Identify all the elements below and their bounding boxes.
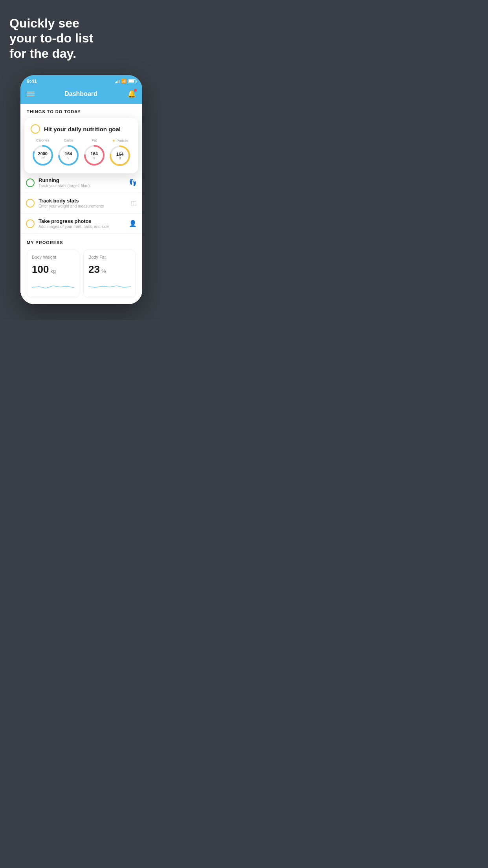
todo-list: Running Track your stats (target: 5km) 👣… <box>20 173 142 234</box>
fat-label: Fat <box>92 138 97 142</box>
bodyweight-card-title: Body Weight <box>32 255 74 259</box>
nutrition-row: Calories 2000 cal <box>31 138 132 167</box>
notification-dot <box>134 89 137 92</box>
status-bar: 9:41 📶 <box>20 75 142 86</box>
carbs-label: Carbs <box>64 138 73 142</box>
calories-value: 2000 cal <box>38 151 48 160</box>
status-time: 9:41 <box>27 78 37 84</box>
carbs-value: 164 g <box>65 151 72 160</box>
card-header: Hit your daily nutrition goal <box>31 124 132 134</box>
list-item[interactable]: Running Track your stats (target: 5km) 👣 <box>20 173 142 193</box>
status-icons: 📶 <box>115 79 136 84</box>
list-item[interactable]: Take progress photos Add images of your … <box>20 213 142 234</box>
signal-icon <box>115 79 119 83</box>
nutrition-carbs: Carbs 164 g <box>57 138 80 167</box>
battery-icon <box>128 79 136 83</box>
carbs-ring: 164 g <box>57 144 80 167</box>
nutrition-card-title: Hit your daily nutrition goal <box>44 126 121 132</box>
protein-label: ★ Protein <box>112 138 128 143</box>
running-icon: 👣 <box>129 179 137 186</box>
photos-subtitle: Add images of your front, back, and side <box>39 224 125 229</box>
content-area: THINGS TO DO TODAY Hit your daily nutrit… <box>20 104 142 304</box>
nutrition-fat: Fat 164 g <box>83 138 106 167</box>
photos-checkbox[interactable] <box>26 219 35 228</box>
protein-value: 164 g <box>116 152 123 160</box>
nutrition-calories: Calories 2000 cal <box>31 138 54 167</box>
bodystats-subtitle: Enter your weight and measurements <box>39 204 127 208</box>
nutrition-card[interactable]: Hit your daily nutrition goal Calories <box>24 118 138 173</box>
phone-mockup: 9:41 📶 Dashboard 🔔 <box>20 75 142 304</box>
bodyfat-chart <box>88 280 131 291</box>
bodyweight-unit: kg <box>50 268 56 274</box>
bodyfat-value: 23 <box>88 263 100 276</box>
list-item[interactable]: Track body stats Enter your weight and m… <box>20 193 142 213</box>
bodyfat-card[interactable]: Body Fat 23 % <box>83 250 136 298</box>
nutrition-protein: ★ Protein 164 g <box>108 138 131 167</box>
bodyweight-chart <box>32 280 74 291</box>
star-icon: ★ <box>112 138 116 143</box>
nutrition-checkbox[interactable] <box>31 124 40 134</box>
photos-text: Take progress photos Add images of your … <box>39 218 125 229</box>
fat-ring: 164 g <box>83 144 106 167</box>
bodyfat-unit: % <box>101 268 106 274</box>
running-checkbox[interactable] <box>26 178 35 187</box>
calories-ring: 2000 cal <box>31 144 54 167</box>
app-header: Dashboard 🔔 <box>20 86 142 104</box>
calories-label: Calories <box>36 138 49 142</box>
bodystats-title: Track body stats <box>39 198 127 204</box>
progress-cards: Body Weight 100 kg Body Fat <box>27 250 136 298</box>
hamburger-menu[interactable] <box>27 92 35 96</box>
notification-bell-icon[interactable]: 🔔 <box>127 90 136 98</box>
app-headline: Quickly seeyour to-do listfor the day. <box>9 16 153 61</box>
running-title: Running <box>39 177 125 183</box>
photo-icon: 👤 <box>129 220 137 227</box>
fat-value: 164 g <box>91 151 98 160</box>
bodyfat-value-row: 23 % <box>88 263 131 276</box>
header-title: Dashboard <box>64 90 97 97</box>
bodyweight-value-row: 100 kg <box>32 263 74 276</box>
bodyfat-card-title: Body Fat <box>88 255 131 259</box>
photos-title: Take progress photos <box>39 218 125 224</box>
section-heading: THINGS TO DO TODAY <box>20 104 142 118</box>
progress-heading: MY PROGRESS <box>27 240 136 245</box>
bodyweight-card[interactable]: Body Weight 100 kg <box>27 250 79 298</box>
outer-bottom <box>0 304 163 320</box>
scale-icon: ◫ <box>131 199 137 207</box>
progress-section: MY PROGRESS Body Weight 100 kg <box>20 234 142 304</box>
wifi-icon: 📶 <box>121 79 127 84</box>
bodystats-text: Track body stats Enter your weight and m… <box>39 198 127 208</box>
bodystats-checkbox[interactable] <box>26 199 35 208</box>
protein-ring: 164 g <box>108 144 131 167</box>
running-subtitle: Track your stats (target: 5km) <box>39 184 125 188</box>
running-text: Running Track your stats (target: 5km) <box>39 177 125 188</box>
bodyweight-value: 100 <box>32 263 49 276</box>
